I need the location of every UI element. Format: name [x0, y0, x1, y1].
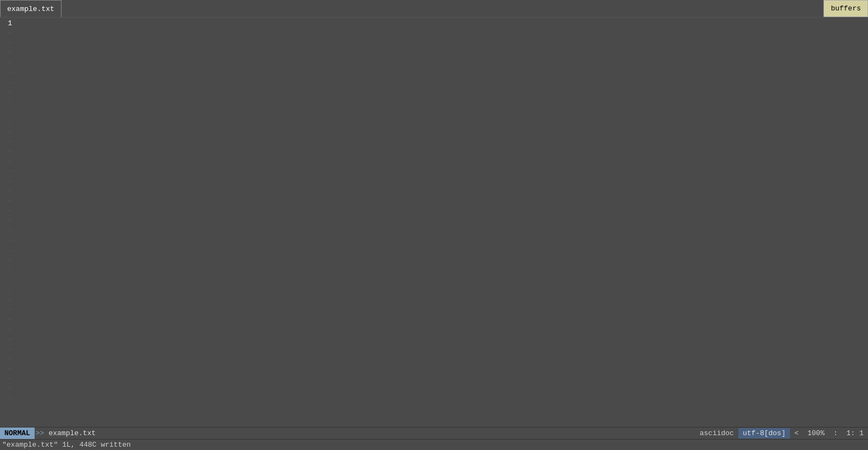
line-number-20: ~ [8, 206, 12, 216]
command-text: "example.txt" 1L, 448C written [2, 441, 131, 449]
line-number-15: ~ [8, 157, 12, 167]
line-number-19: ~ [8, 196, 12, 206]
editor-line-2: nisi ut aliquip ex ea commodo consequat.… [18, 29, 866, 38]
line-number-1: 1 [8, 19, 12, 29]
editor-line-empty-15 [18, 187, 866, 196]
line-number-36: ~ [8, 364, 12, 374]
command-line: "example.txt" 1L, 448C written [0, 439, 868, 450]
status-utf8: utf-8[dos] [738, 428, 790, 438]
editor-container: example.txt buffers 1 ~ ~ ~ ~ ~ ~ ~ ~ ~ … [0, 0, 868, 450]
editor-line-empty-10 [18, 137, 866, 147]
line-number-8: ~ [8, 88, 12, 98]
status-sep2: : [829, 428, 842, 438]
editor-main: 1 ~ ~ ~ ~ ~ ~ ~ ~ ~ ~ ~ ~ ~ ~ ~ ~ ~ ~ ~ … [0, 18, 868, 427]
status-position: 1: 1 [842, 428, 868, 438]
editor-line-1: Lorem ipsum dolor sit amet, consectetur … [18, 19, 866, 29]
file-tab[interactable]: example.txt [0, 0, 62, 17]
line-number-5: ~ [8, 58, 12, 68]
line-number-23: ~ [8, 236, 12, 246]
line-number-27: ~ [8, 275, 12, 285]
line-number-12: ~ [8, 127, 12, 137]
line-number-10: ~ [8, 108, 12, 117]
line-number-31: ~ [8, 315, 12, 325]
line-number-6: ~ [8, 68, 12, 78]
editor-line-empty-1 [18, 48, 866, 58]
editor-line-empty-14 [18, 177, 866, 187]
line-number-11: ~ [8, 117, 12, 127]
line-number-28: ~ [8, 285, 12, 295]
line-number-18: ~ [8, 187, 12, 196]
editor-line-empty-3 [18, 68, 866, 78]
editor-line-empty-5 [18, 88, 866, 98]
editor-line-empty-16 [18, 196, 866, 206]
line-numbers: 1 ~ ~ ~ ~ ~ ~ ~ ~ ~ ~ ~ ~ ~ ~ ~ ~ ~ ~ ~ … [0, 18, 15, 427]
editor-line-empty-13 [18, 167, 866, 177]
editor-line-empty-8 [18, 117, 866, 127]
editor-line-3: sunt in culpa qui officia deserunt molli… [18, 38, 866, 48]
line-number-38: ~ [8, 384, 12, 394]
line-number-21: ~ [8, 216, 12, 226]
status-right: asciidoc utf-8[dos] < 100% : 1: 1 [695, 428, 869, 438]
mode-badge: NORMAL [0, 428, 35, 440]
line-number-17: ~ [8, 177, 12, 187]
editor-line-empty-4 [18, 78, 866, 88]
status-filename: example.txt [45, 429, 99, 437]
status-lt: < [790, 428, 803, 438]
line-number-2: ~ [8, 29, 12, 38]
line-number-39: ~ [8, 394, 12, 404]
line-number-34: ~ [8, 345, 12, 355]
editor-line-empty-6 [18, 98, 866, 108]
editor-line-empty-20 [18, 236, 866, 246]
status-sep1: >> [35, 429, 46, 437]
line-number-9: ~ [8, 98, 12, 108]
line-number-29: ~ [8, 295, 12, 305]
editor-line-empty-11 [18, 147, 866, 157]
status-zoom: 100% [803, 428, 829, 438]
tab-spacer [62, 0, 824, 17]
line-number-4: ~ [8, 48, 12, 58]
line-number-24: ~ [8, 246, 12, 256]
editor-line-empty-2 [18, 58, 866, 68]
line-number-26: ~ [8, 266, 12, 275]
line-number-32: ~ [8, 325, 12, 335]
status-bar: NORMAL >> example.txt asciidoc utf-8[dos… [0, 427, 868, 439]
line-number-30: ~ [8, 305, 12, 315]
editor-line-empty-17 [18, 206, 866, 216]
line-number-37: ~ [8, 374, 12, 384]
tab-bar: example.txt buffers [0, 0, 868, 18]
line-number-33: ~ [8, 335, 12, 345]
buffers-button[interactable]: buffers [824, 0, 868, 17]
line-number-3: ~ [8, 38, 12, 48]
editor-line-empty-9 [18, 127, 866, 137]
line-number-25: ~ [8, 256, 12, 266]
line-number-40: ~ [8, 404, 12, 414]
editor-line-empty-18 [18, 216, 866, 226]
status-encoding: asciidoc [695, 428, 738, 438]
line-number-35: ~ [8, 355, 12, 364]
editor-line-empty-12 [18, 157, 866, 167]
line-number-13: ~ [8, 137, 12, 147]
line-number-22: ~ [8, 226, 12, 236]
line-number-16: ~ [8, 167, 12, 177]
line-number-14: ~ [8, 147, 12, 157]
editor-line-empty-7 [18, 108, 866, 117]
editor-line-empty-19 [18, 226, 866, 236]
line-number-7: ~ [8, 78, 12, 88]
editor-content[interactable]: Lorem ipsum dolor sit amet, consectetur … [15, 18, 868, 427]
tab-filename: example.txt [7, 5, 54, 13]
